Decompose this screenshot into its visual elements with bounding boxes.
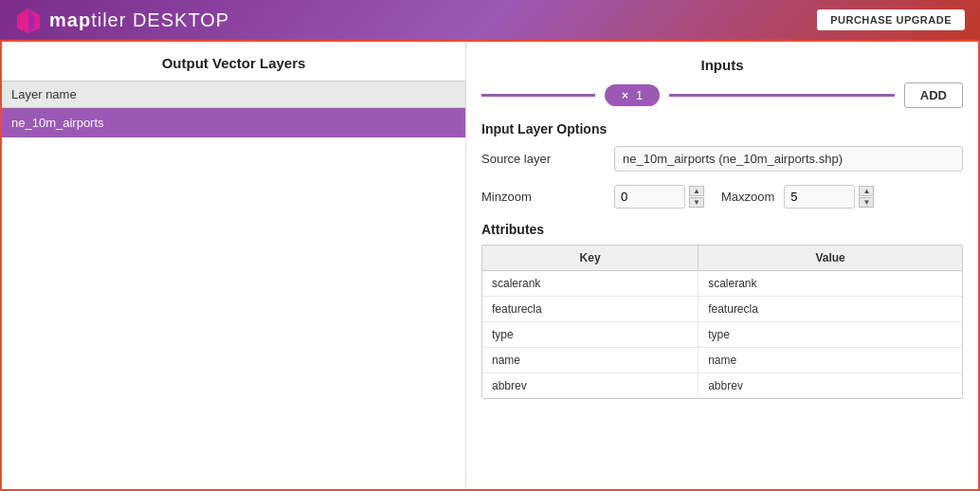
minzoom-down-button[interactable]: ▼ (689, 197, 704, 208)
table-row[interactable]: namename (482, 348, 962, 373)
left-panel-title: Output Vector Layers (2, 42, 465, 81)
attr-key: abbrev (482, 373, 699, 399)
maxzoom-input[interactable] (784, 185, 855, 209)
table-row[interactable]: typetype (482, 322, 962, 348)
zoom-row: Minzoom ▲ ▼ Maxzoom ▲ ▼ (481, 185, 963, 209)
tab-number: 1 (636, 88, 643, 102)
attr-key: type (482, 322, 699, 348)
main-container: Output Vector Layers Layer name ne_10m_a… (0, 40, 980, 491)
col-header-key: Key (482, 246, 699, 271)
attr-value: abbrev (699, 373, 962, 399)
attributes-table-container[interactable]: Key Value scalerankscalerankfeatureclafe… (481, 245, 963, 399)
attr-value: name (699, 348, 962, 373)
attr-value: scalerank (699, 271, 962, 297)
maptiler-logo-icon (15, 7, 42, 33)
attr-key: scalerank (482, 271, 699, 297)
maxzoom-spinner: ▲ ▼ (859, 186, 874, 208)
purchase-upgrade-button[interactable]: PURCHASE UPGRADE (817, 9, 965, 30)
minzoom-label: Minzoom (481, 190, 605, 204)
attributes-table: Key Value scalerankscalerankfeatureclafe… (482, 246, 962, 398)
table-row[interactable]: featureclafeaturecla (482, 297, 962, 322)
maxzoom-input-wrap: ▲ ▼ (784, 185, 874, 209)
left-panel: Output Vector Layers Layer name ne_10m_a… (2, 42, 466, 489)
minzoom-spinner: ▲ ▼ (689, 186, 704, 208)
minzoom-input-wrap: ▲ ▼ (614, 185, 704, 209)
minzoom-input[interactable] (614, 185, 685, 209)
options-grid: Source layer ne_10m_airports (ne_10m_air… (481, 146, 963, 172)
table-row[interactable]: scalerankscalerank (482, 271, 962, 297)
attr-key: name (482, 348, 699, 373)
logo-text: maptiler DESKTOP (49, 9, 229, 31)
maxzoom-label: Maxzoom (721, 190, 774, 204)
attr-key: featurecla (482, 297, 699, 322)
right-panel-title: Inputs (481, 51, 963, 82)
tab-1[interactable]: × 1 (605, 84, 660, 106)
tab-bar: × 1 ADD (481, 82, 963, 108)
maxzoom-down-button[interactable]: ▼ (859, 197, 874, 208)
table-row[interactable]: abbrevabbrev (482, 373, 962, 399)
add-button[interactable]: ADD (904, 82, 963, 108)
attr-value: type (699, 322, 962, 348)
input-layer-options-title: Input Layer Options (481, 121, 963, 136)
source-layer-value: ne_10m_airports (ne_10m_airports.shp) (614, 146, 963, 172)
layer-item[interactable]: ne_10m_airports (2, 108, 465, 137)
layer-table-header: Layer name (2, 81, 465, 108)
right-panel: Inputs × 1 ADD Input Layer Options Sourc… (466, 42, 978, 489)
col-header-value: Value (699, 246, 962, 271)
tab-line-left (481, 94, 595, 97)
minzoom-up-button[interactable]: ▲ (689, 186, 704, 196)
tab-close-icon[interactable]: × (622, 89, 628, 102)
source-layer-label: Source layer (481, 152, 605, 166)
logo: maptiler DESKTOP (15, 7, 229, 33)
maxzoom-up-button[interactable]: ▲ (859, 186, 874, 196)
attr-value: featurecla (699, 297, 962, 322)
attributes-title: Attributes (481, 222, 963, 237)
app-header: maptiler DESKTOP PURCHASE UPGRADE (0, 0, 980, 40)
tab-line-right (669, 94, 895, 97)
